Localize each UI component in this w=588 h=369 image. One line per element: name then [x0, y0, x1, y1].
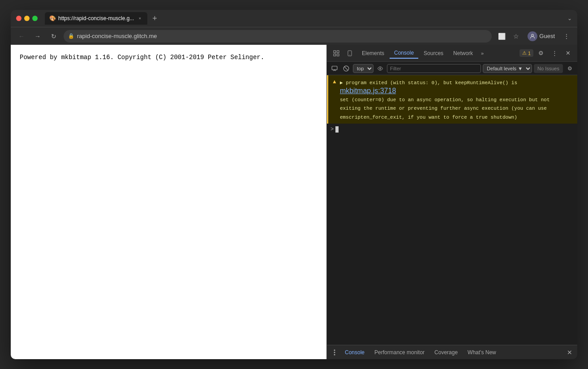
- warning-count: 1: [528, 51, 531, 56]
- title-bar: 🎨 https://rapid-concise-muscle.g... × + …: [11, 10, 577, 27]
- devtools-tabs: Elements Console Sources Network »: [357, 48, 518, 59]
- browser-window: 🎨 https://rapid-concise-muscle.g... × + …: [11, 10, 577, 359]
- forward-button[interactable]: →: [31, 30, 44, 43]
- warning-badge[interactable]: ⚠ 1: [519, 49, 533, 57]
- active-tab[interactable]: 🎨 https://rapid-concise-muscle.g... ×: [45, 12, 147, 25]
- devtools-bottom-tabs: Console Performance monitor Coverage Wha…: [327, 345, 577, 359]
- bottom-tab-performance-monitor[interactable]: Performance monitor: [370, 348, 429, 357]
- close-traffic-light[interactable]: [16, 16, 21, 21]
- tab-title: https://rapid-concise-muscle.g...: [58, 15, 134, 21]
- page-text: Powered by mkbitmap 1.16. Copyright (C) …: [20, 54, 318, 61]
- svg-point-0: [532, 34, 534, 36]
- main-content: Powered by mkbitmap 1.16. Copyright (C) …: [11, 45, 577, 359]
- chevron-down-icon[interactable]: ⌄: [567, 15, 572, 21]
- console-settings-button[interactable]: ⚙: [565, 64, 575, 73]
- more-tabs-button[interactable]: »: [478, 49, 486, 58]
- title-bar-right: ⌄: [567, 15, 572, 21]
- page-content: Powered by mkbitmap 1.16. Copyright (C) …: [11, 45, 326, 359]
- devtools-panel: Elements Console Sources Network » ⚠ 1 ⚙…: [326, 45, 577, 359]
- warning-icon: ⚠: [522, 50, 527, 56]
- eye-icon[interactable]: [375, 64, 385, 73]
- svg-point-10: [380, 68, 381, 69]
- maximize-traffic-light[interactable]: [32, 16, 38, 21]
- tab-network[interactable]: Network: [449, 48, 477, 58]
- devtools-toolbar2: top Default levels ▼ No Issues ⚙: [327, 62, 577, 75]
- address-text: rapid-concise-muscle.glitch.me: [77, 33, 487, 39]
- console-warning-message: ▲ ▶ program exited (with status: 0), but…: [327, 75, 577, 124]
- tab-favicon: 🎨: [49, 15, 56, 21]
- warning-message-link[interactable]: mkbitmap.js:3718: [340, 87, 396, 94]
- console-filter-input[interactable]: [387, 64, 481, 73]
- browser-menu-button[interactable]: ⋮: [560, 30, 573, 43]
- devtools-more-button[interactable]: ⋮: [549, 47, 560, 59]
- devtools-toolbar-right: ⚠ 1 ⚙ ⋮ ✕: [519, 47, 574, 59]
- warning-triangle-icon: ▲: [332, 78, 337, 85]
- clear-console-button[interactable]: [341, 64, 351, 73]
- svg-line-9: [344, 66, 348, 70]
- inspect-element-button[interactable]: [330, 47, 342, 59]
- profile-label: Guest: [539, 33, 555, 39]
- lock-icon: 🔒: [68, 33, 74, 39]
- bottom-tab-whats-new[interactable]: What's New: [463, 348, 501, 357]
- bottom-tab-coverage[interactable]: Coverage: [430, 348, 462, 357]
- svg-point-11: [334, 349, 335, 351]
- warning-message-content: ▶ program exited (with status: 0), but k…: [340, 78, 574, 121]
- svg-point-12: [334, 352, 335, 353]
- svg-rect-2: [337, 51, 339, 53]
- tab-elements[interactable]: Elements: [357, 48, 389, 58]
- console-icon1[interactable]: [330, 64, 339, 73]
- bottom-tab-console[interactable]: Console: [340, 348, 369, 357]
- reload-button[interactable]: ↻: [47, 30, 60, 43]
- bookmark-button[interactable]: ☆: [510, 30, 522, 43]
- nav-bar: ← → ↻ 🔒 rapid-concise-muscle.glitch.me ⬜…: [11, 27, 577, 45]
- nav-bar-right: ⬜ ☆ Guest ⋮: [495, 30, 573, 43]
- profile-button[interactable]: Guest: [524, 30, 558, 42]
- tab-bar: 🎨 https://rapid-concise-muscle.g... × +: [45, 12, 564, 25]
- devtools-toolbar: Elements Console Sources Network » ⚠ 1 ⚙…: [327, 45, 577, 62]
- warning-message-continuation: set (counter=0) due to an async operatio…: [340, 97, 550, 120]
- cast-button[interactable]: ⬜: [495, 30, 508, 43]
- bottom-menu-icon[interactable]: [330, 348, 339, 357]
- bottom-tabs-close-button[interactable]: ✕: [565, 348, 575, 357]
- warning-message-text: program exited (with status: 0), but kee…: [346, 80, 517, 86]
- address-bar[interactable]: 🔒 rapid-concise-muscle.glitch.me: [64, 30, 492, 43]
- console-messages: ▲ ▶ program exited (with status: 0), but…: [327, 75, 577, 345]
- context-selector[interactable]: top: [353, 64, 373, 73]
- svg-rect-4: [337, 54, 339, 56]
- svg-rect-7: [332, 66, 337, 69]
- console-prompt[interactable]: >: [327, 124, 577, 135]
- no-issues-indicator: No Issues: [534, 64, 563, 73]
- tab-close-button[interactable]: ×: [137, 15, 143, 21]
- devtools-settings-button[interactable]: ⚙: [535, 47, 547, 59]
- log-levels-selector[interactable]: Default levels ▼: [483, 64, 532, 73]
- cursor: [335, 126, 339, 133]
- svg-rect-1: [334, 51, 336, 53]
- svg-point-13: [334, 354, 335, 355]
- tab-sources[interactable]: Sources: [419, 48, 448, 58]
- prompt-arrow-icon: >: [330, 126, 334, 133]
- new-tab-button[interactable]: +: [149, 13, 160, 24]
- tab-console[interactable]: Console: [390, 48, 418, 59]
- minimize-traffic-light[interactable]: [24, 16, 30, 21]
- svg-rect-5: [348, 51, 352, 56]
- warning-message-prefix: ▶: [340, 80, 346, 86]
- avatar: [528, 31, 537, 41]
- traffic-lights: [16, 16, 38, 21]
- devtools-close-button[interactable]: ✕: [562, 47, 574, 59]
- svg-rect-3: [334, 54, 336, 56]
- device-toggle-button[interactable]: [344, 47, 356, 59]
- back-button[interactable]: ←: [15, 30, 28, 43]
